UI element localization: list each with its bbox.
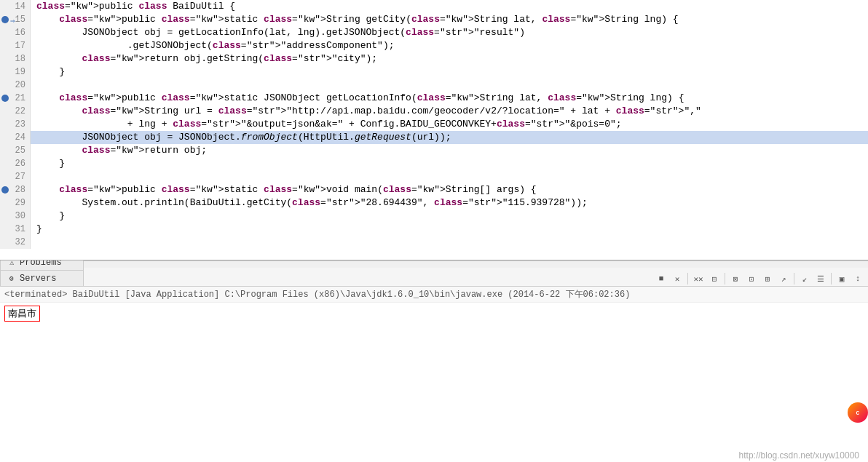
- code-content: }: [31, 210, 868, 223]
- code-content: class="kw">public class="kw">static clas…: [31, 13, 868, 26]
- code-content: }: [31, 223, 868, 236]
- line-number: 31: [0, 223, 31, 236]
- code-content: System.out.println(BaiDuUtil.getCity(cla…: [31, 196, 868, 210]
- code-content: [31, 236, 868, 249]
- tab-bar: 🌐Web Browser🔍Search✓Tasks▣Console✕⚠Probl…: [0, 268, 868, 287]
- code-line-21: 21 class="kw">public class="kw">static J…: [0, 92, 868, 105]
- remove-btn[interactable]: ⊡: [744, 271, 759, 286]
- breakpoint-dot[interactable]: [1, 16, 9, 23]
- line-number: 29: [0, 196, 31, 210]
- pin-btn[interactable]: ⊞: [760, 271, 775, 286]
- bottom-section: <terminated> BaiDuUtil [Java Application…: [0, 287, 868, 462]
- line-number: 14: [0, 0, 31, 13]
- code-line-19: 19 }: [0, 65, 868, 79]
- code-line-28: 28 class="kw">public class="kw">static c…: [0, 183, 868, 196]
- code-content: class="kw">return obj;: [31, 144, 868, 157]
- tab-label: Servers: [20, 274, 56, 284]
- toolbar-separator: [831, 273, 832, 284]
- code-content: [31, 79, 868, 92]
- line-number: 28: [0, 183, 31, 196]
- code-content: + lng + class="str">"&output=json&ak=" +…: [31, 118, 868, 131]
- line-number: 22: [0, 105, 31, 118]
- code-content: [31, 170, 868, 183]
- code-line-14: 14class="kw">public class BaiDuUtil {: [0, 0, 868, 13]
- scroll-end-btn[interactable]: ↕: [851, 271, 865, 286]
- code-content: class="kw">public class="kw">static clas…: [31, 183, 868, 196]
- code-line-30: 30 }: [0, 210, 868, 223]
- line-number: 17: [0, 39, 31, 52]
- breakpoint-dot[interactable]: [1, 95, 9, 102]
- output-value: 南昌市: [4, 306, 40, 322]
- tab-servers[interactable]: ⚙Servers: [0, 270, 84, 286]
- code-line-17: 17 .getJSONObject(class="str">"addressCo…: [0, 39, 868, 52]
- line-number: 23: [0, 118, 31, 131]
- code-content: class="kw">public class="kw">static JSON…: [31, 92, 868, 105]
- breakpoint-dot[interactable]: [1, 186, 9, 194]
- menu-btn[interactable]: ☰: [813, 271, 828, 286]
- terminate-btn[interactable]: ✕: [670, 271, 684, 286]
- line-number: 25: [0, 144, 31, 157]
- code-editor[interactable]: 14class="kw">public class BaiDuUtil {⇒15…: [0, 0, 868, 260]
- toolbar-separator: [687, 273, 688, 284]
- code-line-20: 20: [0, 79, 868, 92]
- code-content: class="kw">public class BaiDuUtil {: [31, 0, 868, 13]
- collapse-btn[interactable]: ⊟: [707, 271, 722, 286]
- toolbar-separator: [794, 273, 794, 284]
- code-line-31: 31}: [0, 223, 868, 236]
- line-number: 16: [0, 26, 31, 39]
- line-number: 21: [0, 92, 31, 105]
- line-number: 32: [0, 236, 31, 249]
- line-number: ⇒15: [0, 13, 31, 26]
- code-line-29: 29 System.out.println(BaiDuUtil.getCity(…: [0, 196, 868, 210]
- code-content: .getJSONObject(class="str">"addressCompo…: [31, 39, 868, 52]
- toolbar-separator: [725, 273, 725, 284]
- watermark: http://blog.csdn.net/xuyw10000: [739, 450, 859, 461]
- line-number: 24: [0, 131, 31, 144]
- console-area: <terminated> BaiDuUtil [Java Application…: [0, 287, 868, 462]
- code-line-18: 18 class="kw">return obj.getString(class…: [0, 52, 868, 65]
- terminated-text: <terminated> BaiDuUtil [Java Application…: [0, 287, 868, 303]
- code-content: class="kw">return obj.getString(class="s…: [31, 52, 868, 65]
- code-content: JSONObject obj = getLocationInfo(lat, ln…: [31, 26, 868, 39]
- line-number: 27: [0, 170, 31, 183]
- code-line-22: 22 class="kw">String url = class="str">"…: [0, 105, 868, 118]
- code-line-24: 24 JSONObject obj = JSONObject.fromObjec…: [0, 131, 868, 144]
- code-line-25: 25 class="kw">return obj;: [0, 144, 868, 157]
- toolbar-buttons: ■✕✕✕⊟⊠⊡⊞↗↙☰▣↕: [654, 271, 868, 286]
- line-number: 18: [0, 52, 31, 65]
- csdn-logo: C: [848, 402, 868, 423]
- code-line-15: ⇒15 class="kw">public class="kw">static …: [0, 13, 868, 26]
- code-line-27: 27: [0, 170, 868, 183]
- code-line-32: 32: [0, 236, 868, 249]
- code-content: }: [31, 157, 868, 170]
- line-number: 19: [0, 65, 31, 79]
- servers-tab-icon: ⚙: [7, 274, 17, 284]
- view-as-text-btn[interactable]: ↙: [797, 271, 812, 286]
- open-in-console-btn[interactable]: ↗: [776, 271, 791, 286]
- line-number: 20: [0, 79, 31, 92]
- expand-btn[interactable]: ⊠: [728, 271, 743, 286]
- code-line-26: 26 }: [0, 157, 868, 170]
- code-content: JSONObject obj = JSONObject.fromObject(H…: [31, 131, 868, 144]
- console-output: 南昌市: [0, 303, 868, 324]
- line-number: 26: [0, 157, 31, 170]
- stop-btn[interactable]: ■: [654, 271, 668, 286]
- terminate-all-btn[interactable]: ✕✕: [691, 271, 706, 286]
- line-number: 30: [0, 210, 31, 223]
- scroll-lock-btn[interactable]: ▣: [835, 271, 849, 286]
- code-content: class="kw">String url = class="str">"htt…: [31, 105, 868, 118]
- horizontal-scrollbar[interactable]: [0, 260, 868, 268]
- code-line-16: 16 JSONObject obj = getLocationInfo(lat,…: [0, 26, 868, 39]
- code-content: }: [31, 65, 868, 79]
- code-line-23: 23 + lng + class="str">"&output=json&ak=…: [0, 118, 868, 131]
